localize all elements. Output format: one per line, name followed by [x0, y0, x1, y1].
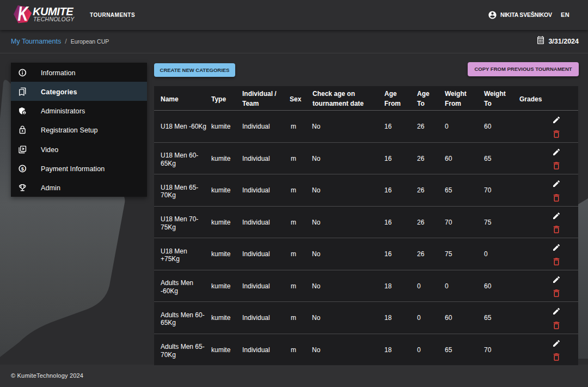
svg-text:$: $ [21, 166, 24, 171]
svg-text:K: K [17, 3, 29, 25]
